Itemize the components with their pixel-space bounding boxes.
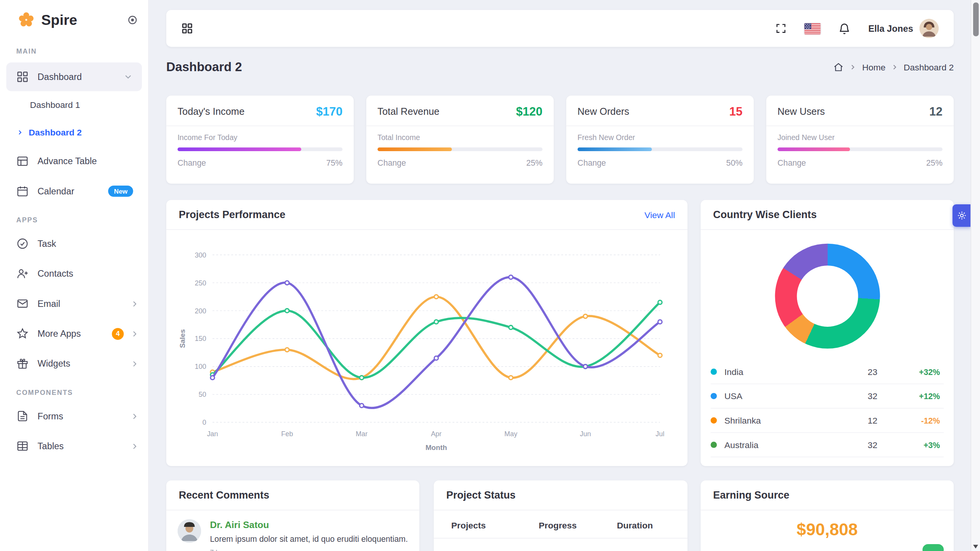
country-row: India 23 +32% [710,360,944,384]
sidebar-item-forms[interactable]: Forms [0,401,148,431]
stat-value: $170 [316,105,343,119]
country-name: Australia [724,440,758,450]
svg-text:Apr: Apr [431,430,442,438]
sidebar-item-dashboard1[interactable]: Dashboard 1 [0,91,148,119]
earning-amount: $90,808 [701,520,954,540]
mail-icon [16,297,29,310]
progress-track [178,147,343,151]
gift-icon [16,357,29,370]
stat-value: $120 [516,105,542,119]
svg-text:Jan: Jan [207,430,218,438]
language-flag-icon[interactable] [805,23,821,34]
svg-text:May: May [504,430,517,438]
calendar-icon [16,185,29,197]
fullscreen-icon[interactable] [775,23,787,34]
sidebar-item-contacts[interactable]: Contacts [0,259,148,289]
country-row: Australia 32 +3% [710,433,944,457]
country-value: 12 [855,416,890,425]
scrollbar-track [971,0,980,551]
sidebar-item-widgets[interactable]: Widgets [0,349,148,378]
progress-fill [578,147,652,151]
change-value: 50% [726,158,743,167]
svg-text:Mar: Mar [356,430,368,438]
sidebar-item-label: Task [38,239,139,249]
app: Spire MAIN Dashboard Dashboard 1 Dashboa… [0,0,980,551]
country-change: +12% [890,391,944,401]
scrollbar-thumb[interactable] [973,3,979,36]
home-icon[interactable] [833,62,844,73]
breadcrumb-home[interactable]: Home [862,62,885,72]
user-menu[interactable]: Ella Jones [868,19,939,38]
stat-card-total-revenue: Total Revenue $120 Total Income Change25… [366,96,554,184]
change-label: Change [178,158,206,167]
sidebar-toggle-icon[interactable] [127,15,138,26]
sidebar-item-calendar[interactable]: Calendar New [0,176,148,206]
country-value: 23 [855,367,890,377]
country-change: +32% [890,367,944,376]
user-plus-icon [16,267,29,280]
change-value: 25% [926,158,942,167]
progress-track [777,147,942,151]
stat-value: 15 [729,105,743,119]
card-title: Project Status [446,489,516,501]
legend-dot-icon [710,442,717,448]
chevron-right-icon [130,299,139,308]
legend-dot-icon [710,417,717,424]
sidebar-item-email[interactable]: Email [0,289,148,318]
chevron-right-icon [890,63,898,71]
sidebar-item-label: More Apps [38,329,112,339]
breadcrumb: Dashboard 2 Home Dashboard 2 [166,60,954,75]
svg-text:Jul: Jul [656,430,665,438]
sidebar-item-label: Dashboard 2 [29,127,82,137]
stat-subtitle: Income For Today [178,133,343,142]
user-avatar [920,19,939,38]
sidebar-item-tables[interactable]: Tables [0,431,148,461]
change-label: Change [578,158,606,167]
sidebar-item-more-apps[interactable]: More Apps 4 [0,319,148,349]
apps-grid-icon[interactable] [181,23,193,34]
svg-text:0: 0 [203,419,206,426]
stat-subtitle: Joined New User [777,133,942,142]
svg-text:100: 100 [195,363,206,370]
legend-dot-icon [710,368,717,375]
chevron-right-icon [130,441,139,450]
chevron-right-icon [130,359,139,368]
svg-text:Jun: Jun [580,430,591,438]
sidebar: Spire MAIN Dashboard Dashboard 1 Dashboa… [0,0,149,551]
bell-icon[interactable] [838,22,851,35]
stat-card-new-orders: New Orders 15 Fresh New Order Change50% [566,96,754,184]
sidebar-item-task[interactable]: Task [0,229,148,259]
scrollbar-down-arrow[interactable] [973,545,978,549]
section-label-apps: APPS [0,206,148,229]
flower-logo-icon [18,11,35,29]
country-name: USA [724,391,742,401]
legend-dot-icon [710,393,717,399]
stat-title: Today's Income [178,106,245,117]
earning-badge [923,544,944,551]
progress-fill [377,147,452,151]
change-label: Change [377,158,406,167]
settings-button[interactable] [952,204,970,227]
svg-text:300: 300 [195,251,206,259]
view-all-link[interactable]: View All [645,210,675,220]
column-header: Duration [617,520,670,530]
svg-text:Sales: Sales [178,329,186,348]
brand[interactable]: Spire [0,0,148,37]
progress-fill [777,147,850,151]
column-header: Progress [539,520,617,530]
table-icon [16,155,29,168]
sidebar-item-dashboard2[interactable]: Dashboard 2 [0,119,148,146]
projects-performance-card: Projects Performance View All 0501001502… [166,200,688,466]
sidebar-item-advance-table[interactable]: Advance Table [0,146,148,176]
dashboard-grid-icon [16,70,29,83]
change-value: 25% [526,158,543,167]
progress-track [578,147,743,151]
card-title: Country Wise Clients [713,209,817,220]
comment-author[interactable]: Dr. Airi Satou [210,519,408,530]
sidebar-item-dashboard[interactable]: Dashboard [6,62,142,91]
sidebar-item-label: Dashboard [38,72,123,82]
stat-title: New Users [777,106,825,117]
sidebar-item-label: Dashboard 1 [30,100,80,110]
stat-value: 12 [929,105,943,119]
chevron-right-icon [130,411,139,421]
